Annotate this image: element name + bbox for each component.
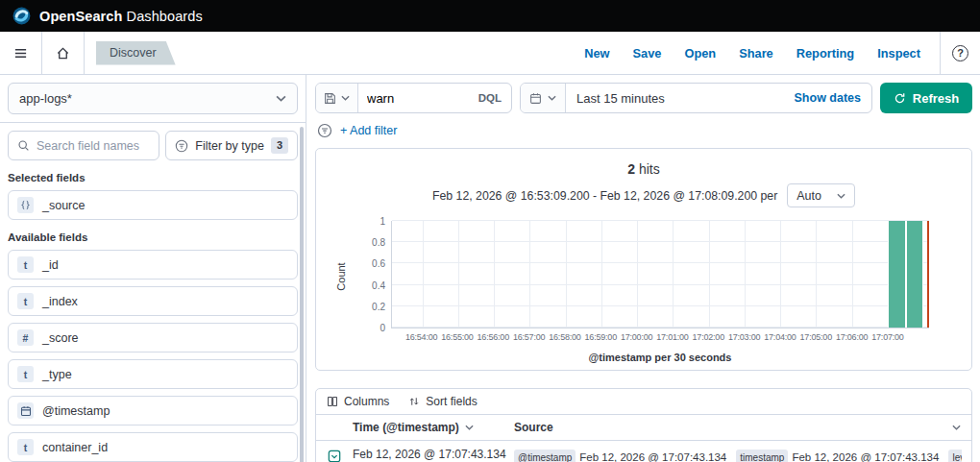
brand-secondary: Dashboards xyxy=(127,9,203,24)
show-dates-link[interactable]: Show dates xyxy=(784,91,871,105)
nav-bar: Discover NewSaveOpenShareReportingInspec… xyxy=(0,32,980,75)
field-value: Feb 12, 2026 @ 17:07:43.134 xyxy=(792,451,939,462)
columns-label: Columns xyxy=(344,395,389,408)
query-input-group: DQL xyxy=(315,83,512,113)
app-title: OpenSearch Dashboards xyxy=(39,9,203,24)
histogram-panel: 2 hits Feb 12, 2026 @ 16:53:09.200 - Feb… xyxy=(315,148,972,371)
field-key-badge: level xyxy=(948,450,962,462)
time-header-label: Time (@timestamp) xyxy=(353,421,459,434)
interval-select[interactable]: Auto xyxy=(787,183,855,207)
h-gridline xyxy=(392,241,929,242)
expand-document-button[interactable] xyxy=(316,448,353,462)
string-field-type-icon: t xyxy=(17,256,34,273)
x-axis-title: @timestamp per 30 seconds xyxy=(391,352,929,363)
time-range-value[interactable]: Last 15 minutes xyxy=(566,91,675,106)
x-tick-label: 17:02:00 xyxy=(693,332,724,342)
string-field-type-icon: t xyxy=(17,293,34,309)
field-name: _type xyxy=(42,368,72,381)
main-content: DQL Last 15 minutes Show dates Refresh +… xyxy=(307,75,980,462)
hits-word: hits xyxy=(639,161,660,177)
current-time-marker xyxy=(927,221,929,328)
y-tick-label: 1 xyxy=(380,216,385,227)
y-tick-label: 0.4 xyxy=(372,280,385,290)
nav-action-new[interactable]: New xyxy=(584,46,609,61)
table-body: Feb 12, 2026 @ 17:07:43.134@timestampFeb… xyxy=(316,441,971,462)
field-item-_index[interactable]: t_index xyxy=(8,286,298,316)
x-tick-label: 17:07:00 xyxy=(871,332,903,342)
field-item-_score[interactable]: #_score xyxy=(8,323,298,353)
nav-action-inspect[interactable]: Inspect xyxy=(877,46,920,61)
v-gridline xyxy=(637,221,638,328)
nav-action-share[interactable]: Share xyxy=(739,46,773,61)
field-name: @timestamp xyxy=(42,404,110,418)
funnel-circle-icon xyxy=(175,139,188,153)
chevron-down-icon xyxy=(276,95,286,102)
x-tick-label: 17:04:00 xyxy=(764,332,796,342)
v-gridline xyxy=(423,221,424,328)
opensearch-logo-icon xyxy=(12,7,31,25)
sort-fields-button[interactable]: Sort fields xyxy=(408,395,477,408)
v-gridline xyxy=(745,221,746,328)
source-field-type-icon xyxy=(17,197,34,213)
field-name: _score xyxy=(42,331,79,345)
row-source-cell: @timestampFeb 12, 2026 @ 17:07:43.134tim… xyxy=(514,448,962,462)
field-name: _id xyxy=(42,258,59,272)
time-column-header[interactable]: Time (@timestamp) xyxy=(353,421,514,434)
discover-sidebar: app-logs* Filter by type 3 Selected fiel… xyxy=(0,75,306,462)
menu-button[interactable] xyxy=(0,32,42,74)
field-item-_id[interactable]: t_id xyxy=(8,250,298,280)
field-value: Feb 12, 2026 @ 17:07:43.134 xyxy=(579,451,726,462)
h-gridline xyxy=(392,220,929,221)
v-gridline xyxy=(601,221,602,328)
index-pattern-select[interactable]: app-logs* xyxy=(8,83,298,114)
breadcrumb-discover[interactable]: Discover xyxy=(96,41,176,65)
add-filter-link[interactable]: + Add filter xyxy=(340,124,397,137)
save-disk-icon xyxy=(324,92,336,105)
time-range-subtitle: Feb 12, 2026 @ 16:53:09.200 - Feb 12, 20… xyxy=(432,189,777,203)
number-field-type-icon: # xyxy=(17,329,34,346)
x-tick-label: 16:56:00 xyxy=(478,332,509,342)
table-header-row: Time (@timestamp) Source xyxy=(316,415,971,441)
chevron-down-icon xyxy=(952,425,961,430)
row-time-cell: Feb 12, 2026 @ 17:07:43.134 xyxy=(353,448,514,462)
field-item-@timestamp[interactable]: @timestamp xyxy=(8,396,298,426)
columns-icon xyxy=(327,396,338,407)
saved-query-button[interactable] xyxy=(316,84,358,112)
nav-action-reporting[interactable]: Reporting xyxy=(796,46,854,61)
v-gridline xyxy=(816,221,817,328)
field-item-_source[interactable]: _source xyxy=(8,190,298,220)
calendar-icon xyxy=(529,92,542,105)
columns-button[interactable]: Columns xyxy=(327,395,389,408)
document-row[interactable]: Feb 12, 2026 @ 17:07:43.134@timestampFeb… xyxy=(316,441,971,462)
nav-action-open[interactable]: Open xyxy=(684,46,716,61)
index-pattern-row: app-logs* xyxy=(0,75,306,123)
x-tick-label: 16:55:00 xyxy=(441,332,473,342)
filter-circle-icon[interactable] xyxy=(317,123,332,138)
available-fields-heading: Available fields xyxy=(8,231,298,243)
field-search-input[interactable] xyxy=(37,139,150,153)
field-name: _source xyxy=(42,199,85,212)
field-key-badge: timestamp xyxy=(736,450,788,462)
field-item-_type[interactable]: t_type xyxy=(8,359,298,389)
field-item-container_id[interactable]: tcontainer_id xyxy=(8,432,298,462)
y-axis-title: Count xyxy=(335,262,347,290)
search-icon xyxy=(17,139,30,152)
h-gridline xyxy=(392,305,929,306)
query-language-button[interactable]: DQL xyxy=(469,92,511,104)
histogram-bar[interactable] xyxy=(888,221,906,328)
refresh-button[interactable]: Refresh xyxy=(880,83,972,113)
home-button[interactable] xyxy=(42,32,85,74)
source-header-label: Source xyxy=(514,421,553,434)
field-name: _index xyxy=(42,295,78,308)
sidebar-scrollbar[interactable] xyxy=(300,127,304,462)
v-gridline xyxy=(529,221,530,328)
help-button[interactable]: ? xyxy=(940,32,980,74)
filter-count-badge: 3 xyxy=(271,137,288,154)
date-quick-select-button[interactable] xyxy=(521,84,566,112)
source-column-header[interactable]: Source xyxy=(514,421,961,434)
filter-by-type-button[interactable]: Filter by type 3 xyxy=(165,131,298,160)
string-field-type-icon: t xyxy=(17,439,34,455)
nav-action-save[interactable]: Save xyxy=(633,46,662,61)
histogram-bar[interactable] xyxy=(906,221,924,328)
search-query-input[interactable] xyxy=(367,91,460,106)
